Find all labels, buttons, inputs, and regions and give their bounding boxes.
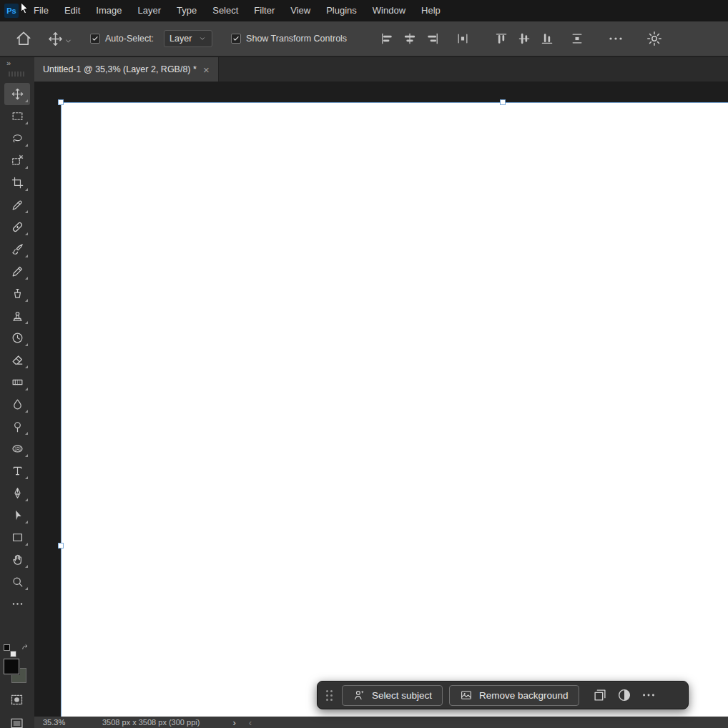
auto-select-target-value: Layer (169, 34, 192, 44)
menu-view[interactable]: View (282, 0, 318, 21)
document-tab-bar: Untitled-1 @ 35,3% (Layer 2, RGB/8) * × (34, 57, 728, 82)
menu-filter[interactable]: Filter (246, 0, 282, 21)
menu-plugins[interactable]: Plugins (318, 0, 365, 21)
tool-pen[interactable] (4, 482, 30, 504)
tools-panel: » (0, 57, 34, 728)
type-icon (11, 464, 24, 478)
status-popup-chevron-icon[interactable]: › (232, 718, 235, 727)
tool-list (0, 83, 34, 615)
distribute-horizontal-centers-icon[interactable] (456, 31, 470, 46)
auto-select-checkbox[interactable] (90, 34, 100, 44)
menu-edit[interactable]: Edit (56, 0, 88, 21)
transform-button[interactable] (592, 687, 608, 703)
align-bottom-icon[interactable] (540, 31, 554, 46)
tool-gradient[interactable] (4, 371, 30, 393)
status-bar: 35.3% 3508 px x 3508 px (300 ppi) › ‹ (34, 717, 728, 728)
screen-mode-button[interactable] (9, 716, 24, 728)
canvas-area[interactable] (34, 82, 728, 717)
tool-rectangular-marquee[interactable] (4, 105, 30, 127)
blur-icon (11, 398, 24, 411)
chevron-down-icon (198, 34, 207, 43)
person-sparkle-icon (353, 689, 365, 702)
zoom-level-field[interactable]: 35.3% (43, 718, 82, 727)
distribute-vertical-centers-icon[interactable] (570, 31, 584, 46)
transform-handle-top-center[interactable] (500, 99, 506, 105)
options-bar: Auto-Select: Layer Show Transform Contro… (0, 21, 728, 56)
tool-brush[interactable] (4, 238, 30, 260)
menu-image[interactable]: Image (88, 0, 129, 21)
tool-eyedropper[interactable] (4, 194, 30, 216)
tool-mixer-brush[interactable] (4, 282, 30, 305)
tool-history-brush[interactable] (4, 327, 30, 349)
tool-settings-button[interactable] (646, 30, 663, 47)
chevron-down-icon (64, 36, 73, 46)
menu-file[interactable]: File (26, 0, 56, 21)
tool-blur[interactable] (4, 393, 30, 415)
tool-sponge[interactable] (4, 438, 30, 460)
tool-crop[interactable] (4, 172, 30, 194)
home-button[interactable] (14, 29, 33, 48)
tool-spot-healing-brush[interactable] (4, 216, 30, 238)
zoom-icon (11, 575, 24, 589)
tool-type[interactable] (4, 460, 30, 482)
align-center-vertical-icon[interactable] (517, 31, 531, 46)
show-transform-checkbox[interactable] (231, 34, 241, 44)
tool-lasso[interactable] (4, 127, 30, 149)
select-subject-button[interactable]: Select subject (342, 685, 443, 706)
more-align-options-button[interactable] (607, 30, 624, 47)
document-tab[interactable]: Untitled-1 @ 35,3% (Layer 2, RGB/8) * × (34, 57, 219, 82)
lasso-icon (11, 132, 24, 145)
gradient-icon (11, 375, 24, 389)
toolbar-grip[interactable] (9, 72, 24, 77)
tool-dodge[interactable] (4, 415, 30, 438)
tool-hand[interactable] (4, 549, 30, 571)
canvas[interactable] (61, 102, 728, 717)
path-selection-icon (11, 508, 24, 522)
photoshop-logo-icon: Ps (4, 4, 19, 18)
default-colors-icon[interactable] (4, 644, 16, 657)
tool-pencil[interactable] (4, 260, 30, 282)
tool-eraser[interactable] (4, 349, 30, 371)
align-top-icon[interactable] (494, 31, 508, 46)
contextual-task-bar: Select subject Remove background (317, 681, 689, 709)
transform-handle-middle-left[interactable] (58, 543, 64, 549)
align-center-horizontal-icon[interactable] (403, 31, 417, 46)
tool-zoom[interactable] (4, 571, 30, 593)
menu-window[interactable]: Window (365, 0, 413, 21)
select-subject-label: Select subject (372, 690, 432, 701)
remove-background-button[interactable]: Remove background (449, 685, 579, 706)
menu-type[interactable]: Type (169, 0, 205, 21)
pen-icon (11, 486, 24, 500)
auto-select-label: Auto-Select: (105, 34, 154, 44)
drag-handle[interactable] (326, 690, 333, 701)
tool-move[interactable] (4, 83, 30, 105)
tool-clone-stamp[interactable] (4, 305, 30, 327)
align-right-icon[interactable] (426, 31, 440, 46)
toolbar-collapse-icon[interactable]: » (6, 59, 11, 67)
alignment-controls (347, 31, 584, 46)
tool-path-selection[interactable] (4, 504, 30, 526)
menu-help[interactable]: Help (413, 0, 448, 21)
align-left-icon[interactable] (380, 31, 394, 46)
transform-handle-top-left[interactable] (58, 99, 64, 105)
move-icon (47, 31, 64, 47)
tool-object-selection[interactable] (4, 149, 30, 172)
tool-preset-picker[interactable] (47, 31, 73, 47)
close-tab-icon[interactable]: × (203, 64, 210, 75)
dodge-icon (11, 420, 24, 433)
menu-layer[interactable]: Layer (130, 0, 169, 21)
tool-more-tools[interactable] (4, 593, 30, 615)
foreground-color-swatch[interactable] (4, 659, 19, 674)
show-transform-option[interactable]: Show Transform Controls (231, 34, 347, 44)
tool-rectangle[interactable] (4, 526, 30, 549)
document-info[interactable]: 3508 px x 3508 px (300 ppi) (102, 718, 200, 727)
auto-select-target-dropdown[interactable]: Layer (164, 30, 212, 47)
auto-select-option[interactable]: Auto-Select: (90, 34, 154, 44)
rectangular-marquee-icon (11, 109, 24, 123)
adjustments-button[interactable] (616, 687, 632, 703)
status-scroll-chevron-icon[interactable]: ‹ (249, 718, 252, 727)
more-button[interactable] (641, 687, 656, 703)
menu-select[interactable]: Select (205, 0, 246, 21)
swap-colors-icon[interactable] (20, 644, 31, 654)
quick-mask-button[interactable] (9, 692, 24, 707)
